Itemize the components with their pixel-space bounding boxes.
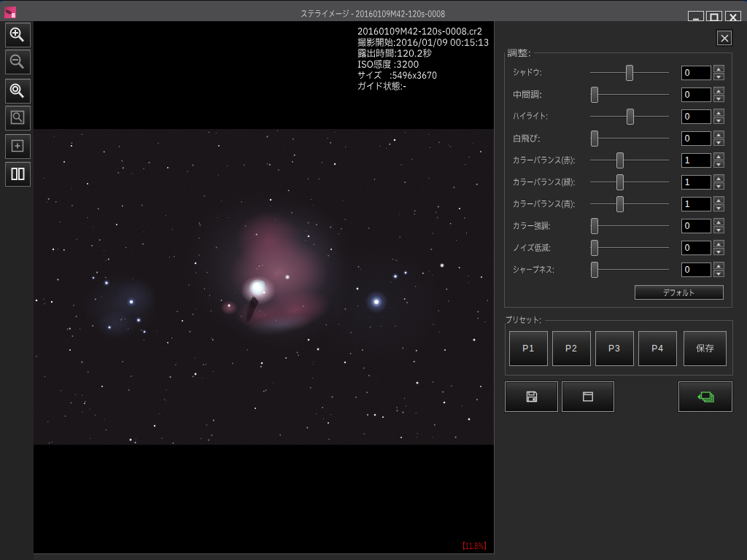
svg-text:8: 8 (12, 12, 15, 19)
